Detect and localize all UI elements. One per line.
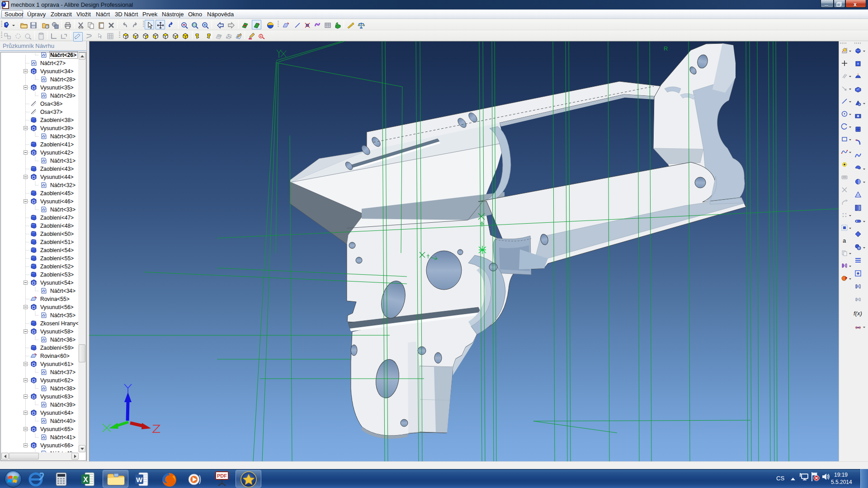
svg-text:PDF: PDF (217, 473, 227, 479)
svg-text:a: a (843, 237, 846, 244)
svg-text:W: W (136, 476, 143, 483)
svg-text:X: X (83, 476, 88, 483)
svg-text:R: R (664, 45, 668, 52)
